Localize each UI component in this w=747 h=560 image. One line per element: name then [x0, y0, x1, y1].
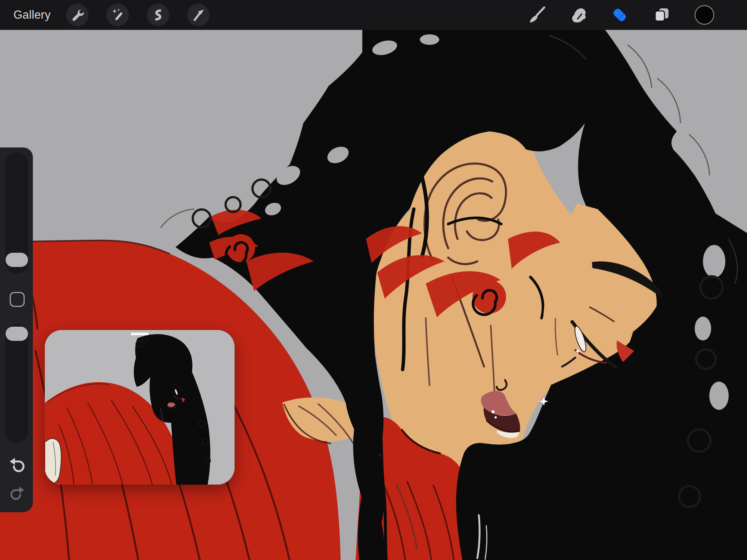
- reference-window[interactable]: [45, 330, 235, 485]
- eraser-icon: [610, 5, 629, 25]
- actions-button[interactable]: [66, 4, 89, 26]
- magic-wand-icon: [110, 7, 125, 22]
- brush-icon: [527, 5, 546, 25]
- color-swatch-icon: [694, 4, 715, 25]
- smudge-tool-button[interactable]: [567, 4, 590, 26]
- reference-drag-handle[interactable]: [131, 333, 149, 335]
- modify-button[interactable]: [10, 292, 25, 307]
- brush-size-slider-handle[interactable]: [6, 253, 28, 267]
- reference-artwork: [45, 330, 235, 485]
- adjustments-button[interactable]: [106, 4, 129, 26]
- top-toolbar: Gallery: [0, 0, 747, 30]
- opacity-slider[interactable]: [5, 324, 28, 443]
- brush-size-slider[interactable]: [5, 152, 28, 274]
- procreate-window: Gallery: [0, 0, 747, 560]
- transform-arrow-icon: [191, 7, 206, 22]
- redo-button[interactable]: [7, 484, 28, 502]
- paint-tool-button[interactable]: [526, 4, 548, 26]
- selection-button[interactable]: [147, 4, 169, 26]
- color-swatch-button[interactable]: [693, 4, 716, 26]
- opacity-slider-handle[interactable]: [6, 327, 28, 341]
- smudge-finger-icon: [569, 5, 588, 25]
- undo-arrow-icon: [6, 455, 28, 474]
- redo-arrow-icon: [7, 484, 28, 502]
- layers-button[interactable]: [651, 4, 673, 26]
- layers-icon: [652, 5, 672, 25]
- undo-button[interactable]: [6, 455, 28, 474]
- brush-sidebar: [0, 147, 33, 512]
- transform-button[interactable]: [187, 4, 210, 26]
- gallery-button[interactable]: Gallery: [13, 8, 51, 22]
- wrench-icon: [70, 7, 85, 22]
- erase-tool-button[interactable]: [608, 4, 631, 26]
- selection-s-icon: [151, 7, 165, 22]
